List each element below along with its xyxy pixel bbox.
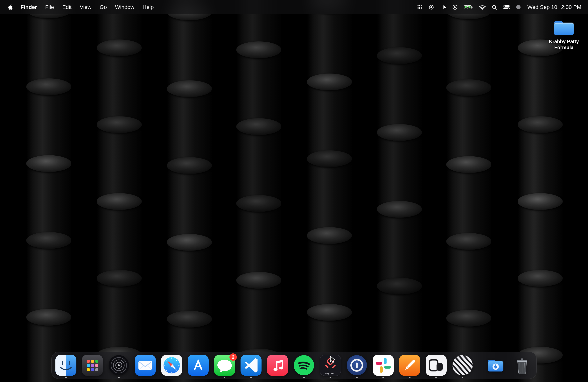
dock-item-mail[interactable] (135, 355, 156, 376)
launchpad-icon (82, 355, 103, 376)
slack-icon (373, 355, 394, 376)
pen-app-icon (399, 355, 420, 376)
spotify-icon (294, 355, 315, 376)
mouse-cursor (329, 355, 337, 364)
menubar-app-name[interactable]: Finder (16, 0, 41, 14)
voice-waveform-icon (440, 4, 446, 10)
menubar-menu-view[interactable]: View (76, 0, 95, 14)
dock-item-messages[interactable]: 2 (214, 355, 235, 376)
status-circle-icon (516, 5, 521, 10)
apple-logo-icon (8, 4, 13, 10)
record-menu-extra[interactable] (425, 4, 437, 10)
dock-item-finder[interactable] (55, 355, 76, 376)
spotlight-search-icon (492, 4, 497, 10)
menubar-menu-window[interactable]: Window (111, 0, 138, 14)
now-playing-icon (452, 4, 458, 10)
wifi-icon (479, 5, 486, 10)
status-circle-menu-extra[interactable] (513, 5, 524, 10)
record-icon (428, 4, 434, 10)
downloads-folder-icon (485, 355, 506, 376)
mail-icon (135, 355, 156, 376)
grid-menu-extra[interactable] (414, 4, 425, 10)
menu-bar-left: Finder File Edit View Go Window Help (0, 0, 158, 14)
rings-app-icon (108, 355, 129, 376)
now-playing-menu-extra[interactable] (449, 4, 461, 10)
wallpaper (0, 0, 588, 382)
dock-item-vscode[interactable] (241, 355, 262, 376)
dock-divider (479, 356, 479, 375)
wifi-menu-extra[interactable] (476, 5, 489, 10)
spotlight-menu-extra[interactable] (489, 4, 500, 10)
apple-menu[interactable] (5, 4, 16, 10)
menubar-menu-file[interactable]: File (41, 0, 58, 14)
dock-item-music[interactable] (267, 355, 288, 376)
1password-icon (346, 355, 367, 376)
control-center-icon (503, 5, 510, 10)
messages-notification-badge: 2 (230, 353, 237, 361)
dock-item-slack[interactable] (373, 355, 394, 376)
dock-item-rings-app[interactable] (108, 355, 129, 376)
dock-item-spotify[interactable] (294, 355, 315, 376)
battery-charging-icon (464, 5, 473, 10)
folder-icon (553, 19, 575, 37)
raycast-icon-label: raycast (320, 371, 341, 375)
menu-bar: Finder File Edit View Go Window Help (0, 0, 588, 14)
app-store-icon (188, 355, 209, 376)
menubar-clock[interactable]: 2:00 PM (559, 4, 582, 10)
finder-icon (55, 355, 76, 376)
voice-menu-extra[interactable] (437, 4, 449, 10)
menubar-menu-help[interactable]: Help (138, 0, 158, 14)
dock-item-launchpad[interactable] (82, 355, 103, 376)
frames-app-icon (426, 355, 447, 376)
menubar-menu-edit[interactable]: Edit (58, 0, 76, 14)
music-icon (267, 355, 288, 376)
dock: 2 (51, 352, 537, 379)
dock-item-1password[interactable] (346, 355, 367, 376)
dock-item-app-store[interactable] (188, 355, 209, 376)
dock-item-safari[interactable] (161, 355, 182, 376)
dock-item-pen-app[interactable] (399, 355, 420, 376)
menubar-date[interactable]: Wed Sep 10 (524, 4, 559, 10)
dock-item-downloads[interactable] (485, 355, 506, 376)
dock-item-frames-app[interactable] (426, 355, 447, 376)
vscode-icon (241, 355, 262, 376)
battery-menu-extra[interactable] (461, 5, 476, 10)
dock-item-trash[interactable] (512, 355, 533, 376)
striped-sphere-icon (452, 355, 473, 376)
menu-bar-right: Wed Sep 10 2:00 PM (414, 4, 588, 10)
dock-item-striped-sphere-app[interactable] (452, 355, 473, 376)
menubar-menu-go[interactable]: Go (95, 0, 111, 14)
trash-icon (512, 355, 533, 376)
grid-icon (417, 4, 422, 10)
safari-icon (161, 355, 182, 376)
desktop-folder-krabby-patty-formula[interactable]: Krabby Patty Formula (546, 19, 582, 51)
control-center-menu-extra[interactable] (500, 5, 513, 10)
desktop-folder-label: Krabby Patty Formula (546, 39, 582, 51)
